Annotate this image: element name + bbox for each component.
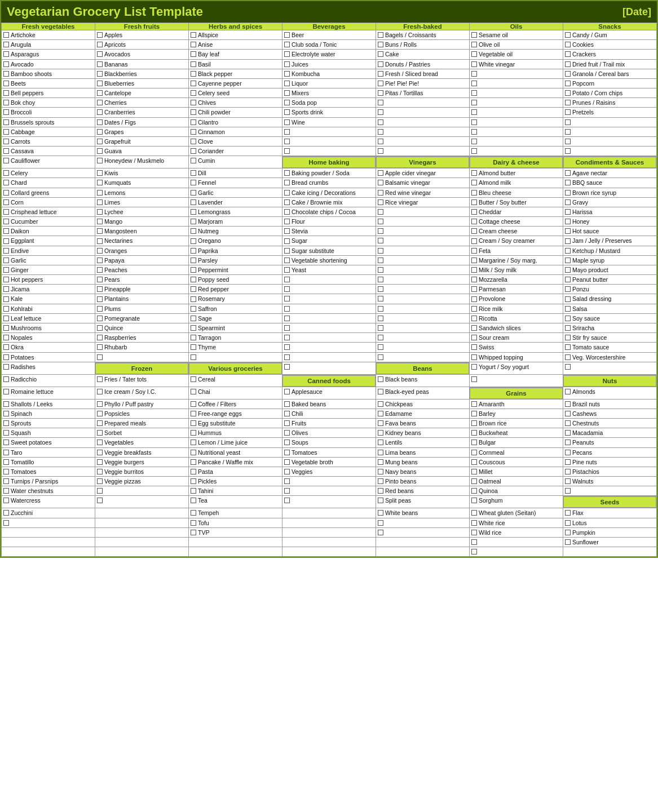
checkbox[interactable] [97,32,103,38]
checkbox[interactable] [97,258,103,263]
checkbox-empty[interactable] [284,296,290,301]
checkbox[interactable] [284,100,290,105]
checkbox[interactable] [284,248,290,254]
checkbox[interactable] [97,228,103,234]
checkbox[interactable] [191,530,196,535]
checkbox[interactable] [471,238,477,244]
checkbox-empty[interactable] [471,376,477,382]
checkbox[interactable] [471,306,477,312]
checkbox[interactable] [565,228,571,234]
checkbox[interactable] [3,180,9,185]
checkbox[interactable] [565,71,571,77]
checkbox-empty[interactable] [565,488,571,494]
checkbox[interactable] [97,440,103,445]
checkbox[interactable] [378,430,383,436]
checkbox-empty[interactable] [471,129,477,135]
checkbox[interactable] [284,469,290,474]
checkbox-empty[interactable] [97,498,103,503]
checkbox[interactable] [3,61,9,67]
checkbox[interactable] [191,219,196,224]
checkbox[interactable] [3,316,9,321]
checkbox[interactable] [378,459,383,465]
checkbox[interactable] [3,354,9,360]
checkbox-empty[interactable] [471,148,477,154]
checkbox[interactable] [471,61,477,67]
checkbox-empty[interactable] [378,109,383,115]
checkbox[interactable] [3,158,9,163]
checkbox[interactable] [3,376,9,382]
checkbox[interactable] [191,170,196,176]
checkbox[interactable] [565,100,571,105]
checkbox[interactable] [471,344,477,350]
checkbox[interactable] [471,42,477,47]
checkbox[interactable] [191,286,196,292]
checkbox[interactable] [97,286,103,292]
checkbox[interactable] [3,51,9,57]
checkbox[interactable] [284,450,290,455]
checkbox[interactable] [3,148,9,154]
checkbox[interactable] [3,219,9,224]
checkbox[interactable] [191,32,196,38]
checkbox[interactable] [565,510,571,516]
checkbox[interactable] [284,267,290,273]
checkbox[interactable] [284,199,290,205]
checkbox[interactable] [565,411,571,416]
checkbox-empty[interactable] [378,520,383,526]
checkbox[interactable] [378,90,383,96]
checkbox-empty[interactable] [378,325,383,331]
checkbox[interactable] [284,71,290,77]
checkbox[interactable] [471,364,477,370]
checkbox[interactable] [97,420,103,426]
checkbox[interactable] [471,248,477,254]
checkbox[interactable] [565,248,571,254]
checkbox[interactable] [378,498,383,503]
checkbox-empty[interactable] [97,354,103,360]
checkbox-empty[interactable] [565,139,571,144]
checkbox[interactable] [378,42,383,47]
checkbox[interactable] [3,258,9,263]
checkbox-empty[interactable] [378,219,383,224]
checkbox[interactable] [284,209,290,215]
checkbox[interactable] [378,180,383,185]
checkbox[interactable] [3,430,9,436]
checkbox[interactable] [378,420,383,426]
checkbox[interactable] [471,228,477,234]
checkbox-empty[interactable] [378,530,383,535]
checkbox[interactable] [191,401,196,407]
checkbox[interactable] [97,209,103,215]
checkbox[interactable] [97,296,103,302]
checkbox[interactable] [3,209,9,215]
checkbox-empty[interactable] [284,498,290,503]
checkbox-empty[interactable] [3,520,9,526]
checkbox[interactable] [191,258,196,263]
checkbox-empty[interactable] [284,286,290,292]
checkbox[interactable] [284,389,290,394]
checkbox[interactable] [565,42,571,47]
checkbox-empty[interactable] [378,228,383,234]
checkbox[interactable] [97,199,103,205]
checkbox[interactable] [378,389,383,394]
checkbox[interactable] [3,296,9,302]
checkbox[interactable] [3,199,9,205]
checkbox[interactable] [471,286,477,292]
checkbox[interactable] [97,248,103,254]
checkbox[interactable] [378,450,383,455]
checkbox-empty[interactable] [284,148,290,154]
checkbox[interactable] [378,510,383,516]
checkbox[interactable] [191,139,196,144]
checkbox-empty[interactable] [378,344,383,350]
checkbox-empty[interactable] [471,100,477,105]
checkbox-empty[interactable] [284,139,290,144]
checkbox[interactable] [565,401,571,407]
checkbox[interactable] [3,228,9,234]
checkbox-empty[interactable] [471,139,477,144]
checkbox-empty[interactable] [284,325,290,331]
checkbox[interactable] [565,306,571,312]
checkbox-empty[interactable] [471,119,477,125]
checkbox[interactable] [284,420,290,426]
checkbox[interactable] [284,81,290,86]
checkbox[interactable] [471,180,477,185]
checkbox[interactable] [191,296,196,302]
checkbox[interactable] [565,539,571,545]
checkbox[interactable] [3,81,9,86]
